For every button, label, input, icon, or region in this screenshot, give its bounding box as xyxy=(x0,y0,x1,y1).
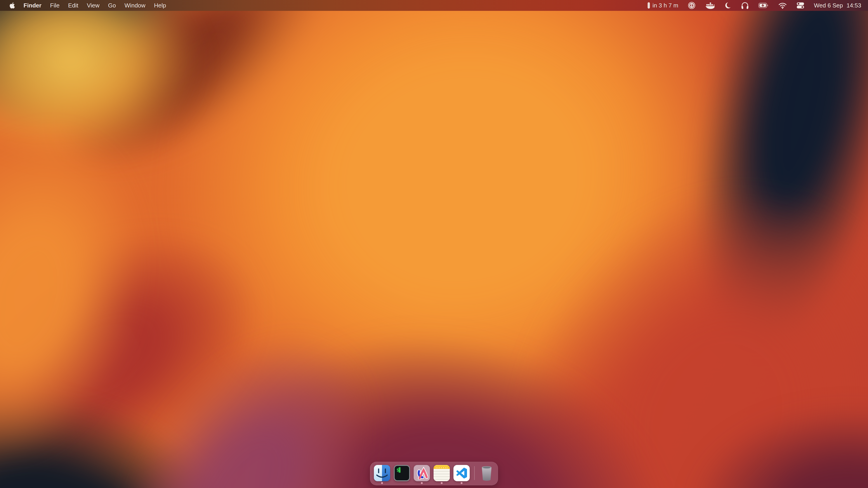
wifi-icon[interactable] xyxy=(778,2,787,9)
menu-app-name[interactable]: Finder xyxy=(24,2,41,9)
focus-moon-icon[interactable] xyxy=(724,2,731,9)
countdown-label: in 3 h 7 m xyxy=(653,2,678,9)
clock-date: Wed 6 Sep xyxy=(814,2,843,9)
control-center-icon[interactable] xyxy=(796,2,804,9)
apple-menu-icon[interactable] xyxy=(9,2,15,9)
battery-charging-icon[interactable] xyxy=(758,2,769,9)
dock-item-finder[interactable] xyxy=(374,465,390,481)
running-indicator xyxy=(461,482,463,484)
countdown-capsule-icon xyxy=(648,2,650,8)
dock-item-notes[interactable] xyxy=(434,465,450,481)
menu-help[interactable]: Help xyxy=(154,2,166,9)
terminal-prompt: $▋ xyxy=(397,467,401,473)
clock-time: 14:53 xyxy=(846,2,861,9)
dock-item-vscode[interactable] xyxy=(454,465,470,481)
1password-keyhole-icon[interactable] xyxy=(688,2,695,9)
wallpaper xyxy=(0,0,868,488)
menu-file[interactable]: File xyxy=(50,2,59,9)
menu-bar-status: in 3 h 7 m xyxy=(648,2,861,9)
notes-yellow-band xyxy=(434,465,450,469)
dock-item-arc[interactable] xyxy=(414,465,430,481)
notes-lined-paper xyxy=(434,469,450,481)
desktop: Finder File Edit View Go Window Help in … xyxy=(0,0,868,488)
running-indicator xyxy=(441,482,442,484)
menu-view[interactable]: View xyxy=(87,2,99,9)
terminal-icon: $▋ xyxy=(394,465,410,481)
menu-bar-left: Finder File Edit View Go Window Help xyxy=(9,2,166,9)
trash-icon xyxy=(479,464,494,482)
menu-edit[interactable]: Edit xyxy=(68,2,78,9)
event-countdown[interactable]: in 3 h 7 m xyxy=(648,2,678,9)
menu-window[interactable]: Window xyxy=(125,2,145,9)
finder-icon xyxy=(374,465,390,481)
vscode-icon xyxy=(454,465,470,481)
menu-go[interactable]: Go xyxy=(108,2,116,9)
headphones-icon[interactable] xyxy=(741,2,749,9)
dock-item-trash[interactable] xyxy=(479,464,494,482)
running-indicator xyxy=(421,482,423,484)
notes-icon xyxy=(434,465,450,481)
dock-item-terminal[interactable]: $▋ xyxy=(394,465,410,481)
menu-bar-clock[interactable]: Wed 6 Sep 14:53 xyxy=(814,2,861,9)
dock: $▋ xyxy=(370,462,498,485)
running-indicator xyxy=(381,482,383,484)
arc-browser-icon xyxy=(414,465,430,481)
docker-icon[interactable] xyxy=(705,2,715,9)
dock-separator xyxy=(474,466,475,480)
menu-bar: Finder File Edit View Go Window Help in … xyxy=(0,0,868,11)
